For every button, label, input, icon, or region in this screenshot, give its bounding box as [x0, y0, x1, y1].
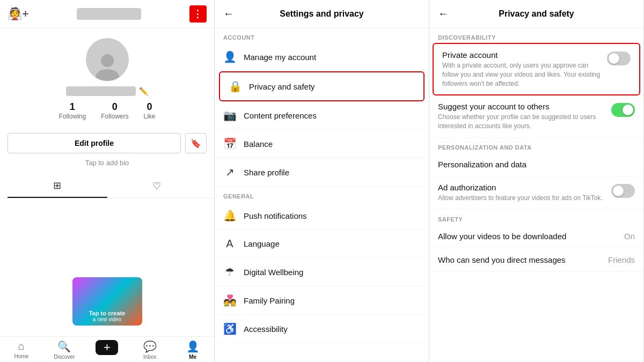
menu-push-notifications[interactable]: 🔔 Push notifications: [215, 202, 429, 230]
menu-family-pairing[interactable]: 💑 Family Pairing: [215, 286, 429, 315]
balance-icon: 📅: [223, 137, 236, 150]
ad-auth-title: Ad authorization: [438, 183, 606, 192]
home-icon: ⌂: [18, 340, 25, 352]
wellbeing-icon: ☂: [223, 265, 236, 278]
profile-panel: 👰+ ⋮ ✏️ 1 Following 0 Followers: [0, 0, 215, 362]
menu-content-preferences[interactable]: 📷 Content preferences: [215, 101, 429, 130]
menu-language[interactable]: A Language: [215, 230, 429, 258]
personalization-label: Personalization and data: [429, 138, 643, 153]
toggle-knob: [609, 53, 619, 64]
ad-auth-toggle[interactable]: [611, 184, 635, 198]
privacy-icon: 🔒: [229, 80, 241, 93]
nav-inbox[interactable]: 💬 Inbox: [128, 340, 171, 360]
notification-icon: 🔔: [223, 209, 236, 222]
ad-toggle-knob: [613, 186, 624, 196]
edit-username-icon[interactable]: ✏️: [139, 87, 148, 95]
nav-home[interactable]: ⌂ Home: [0, 340, 43, 360]
suggest-account-desc: Choose whether your profile can be sugge…: [438, 113, 606, 131]
settings-back-button[interactable]: ←: [223, 8, 234, 20]
account-section-label: ACCOUNT: [215, 28, 429, 43]
menu-share-profile[interactable]: ↗ Share profile: [215, 158, 429, 187]
personalization-data-item[interactable]: Personalization and data: [429, 153, 643, 176]
liked-icon: ♡: [152, 180, 161, 192]
bookmark-button[interactable]: 🔖: [185, 133, 207, 153]
language-icon: A: [223, 238, 236, 250]
likes-stat[interactable]: 0 Like: [144, 101, 156, 120]
menu-digital-wellbeing[interactable]: ☂ Digital Wellbeing: [215, 258, 429, 286]
share-icon: ↗: [223, 166, 236, 179]
settings-title: Settings and privacy: [280, 9, 364, 19]
username-row: ✏️: [66, 86, 148, 96]
discoverability-label: Discoverability: [429, 28, 643, 43]
privacy-header: ← Privacy and safety: [429, 0, 643, 28]
menu-accessibility[interactable]: ♿ Accessibility: [215, 315, 429, 343]
suggest-account-item: Suggest your account to others Choose wh…: [429, 95, 643, 138]
suggest-account-toggle[interactable]: [611, 103, 635, 117]
bio-placeholder[interactable]: Tap to add bio: [0, 159, 214, 167]
create-video-card[interactable]: Tap to create a new video: [72, 277, 142, 326]
settings-section-account: ACCOUNT 👤 Manage my account 🔒 Privacy an…: [215, 28, 429, 187]
settings-panel: ← Settings and privacy ACCOUNT 👤 Manage …: [215, 0, 429, 362]
more-options-button[interactable]: ⋮: [189, 5, 207, 23]
private-account-item: Private account With a private account, …: [433, 43, 640, 95]
discoverability-section: Discoverability Private account With a p…: [429, 28, 643, 138]
ad-auth-desc: Allow advertisers to feature your videos…: [438, 194, 606, 203]
menu-manage-account[interactable]: 👤 Manage my account: [215, 43, 429, 71]
profile-actions: Edit profile 🔖: [0, 133, 214, 153]
content-icon: 📷: [223, 109, 236, 122]
direct-messages-item[interactable]: Who can send you direct messages Friends: [429, 248, 643, 272]
svg-point-1: [96, 69, 119, 81]
toggle-knob-on: [623, 105, 633, 115]
profile-content: Tap to create a new video: [0, 198, 214, 336]
private-account-title: Private account: [442, 50, 602, 60]
inbox-icon: 💬: [143, 340, 157, 353]
safety-section: Safety Allow your videos to be downloade…: [429, 210, 643, 272]
safety-label: Safety: [429, 210, 643, 225]
add-user-icon[interactable]: 👰+: [8, 7, 29, 21]
private-account-desc: With a private account, only users you a…: [442, 61, 602, 88]
username-placeholder-bar: [77, 8, 141, 20]
discover-icon: 🔍: [57, 340, 71, 353]
username-bar: [66, 86, 136, 96]
general-section-label: GENERAL: [215, 187, 429, 202]
tab-liked[interactable]: ♡: [107, 174, 207, 198]
allow-download-item[interactable]: Allow your videos to be downloaded On: [429, 225, 643, 248]
stats-row: 1 Following 0 Followers 0 Like: [58, 101, 155, 120]
tab-videos[interactable]: ⊞: [8, 174, 107, 198]
avatar: [86, 38, 129, 81]
family-icon: 💑: [223, 294, 236, 307]
edit-profile-button[interactable]: Edit profile: [8, 133, 181, 153]
privacy-title: Privacy and safety: [499, 9, 574, 19]
following-stat[interactable]: 1 Following: [58, 101, 86, 120]
privacy-panel: ← Privacy and safety Discoverability Pri…: [429, 0, 644, 362]
manage-account-icon: 👤: [223, 50, 236, 63]
nav-discover[interactable]: 🔍 Discover: [43, 340, 86, 360]
bottom-nav: ⌂ Home 🔍 Discover + 💬 Inbox 👤 Me: [0, 336, 214, 362]
personalization-section: Personalization and data Personalization…: [429, 138, 643, 210]
create-video-label: Tap to create a new video: [72, 310, 142, 322]
ad-authorization-item: Ad authorization Allow advertisers to fe…: [429, 176, 643, 210]
accessibility-icon: ♿: [223, 322, 236, 335]
suggest-account-title: Suggest your account to others: [438, 102, 606, 111]
svg-point-0: [101, 54, 114, 67]
settings-section-general: GENERAL 🔔 Push notifications A Language …: [215, 187, 429, 343]
nav-create[interactable]: +: [86, 340, 129, 360]
create-button[interactable]: +: [96, 340, 118, 355]
menu-privacy-safety[interactable]: 🔒 Privacy and safety: [219, 71, 425, 101]
videos-grid-icon: ⊞: [53, 180, 61, 191]
settings-header: ← Settings and privacy: [215, 0, 429, 28]
privacy-back-button[interactable]: ←: [438, 8, 449, 20]
bookmark-icon: 🔖: [191, 138, 201, 149]
profile-tabs: ⊞ ♡: [0, 174, 214, 198]
private-account-toggle[interactable]: [607, 51, 631, 65]
profile-header: 👰+ ⋮: [0, 0, 214, 28]
avatar-area: ✏️ 1 Following 0 Followers 0 Like: [0, 28, 214, 133]
nav-me[interactable]: 👤 Me: [171, 340, 214, 360]
menu-balance[interactable]: 📅 Balance: [215, 130, 429, 158]
followers-stat[interactable]: 0 Followers: [101, 101, 128, 120]
me-icon: 👤: [186, 340, 200, 353]
